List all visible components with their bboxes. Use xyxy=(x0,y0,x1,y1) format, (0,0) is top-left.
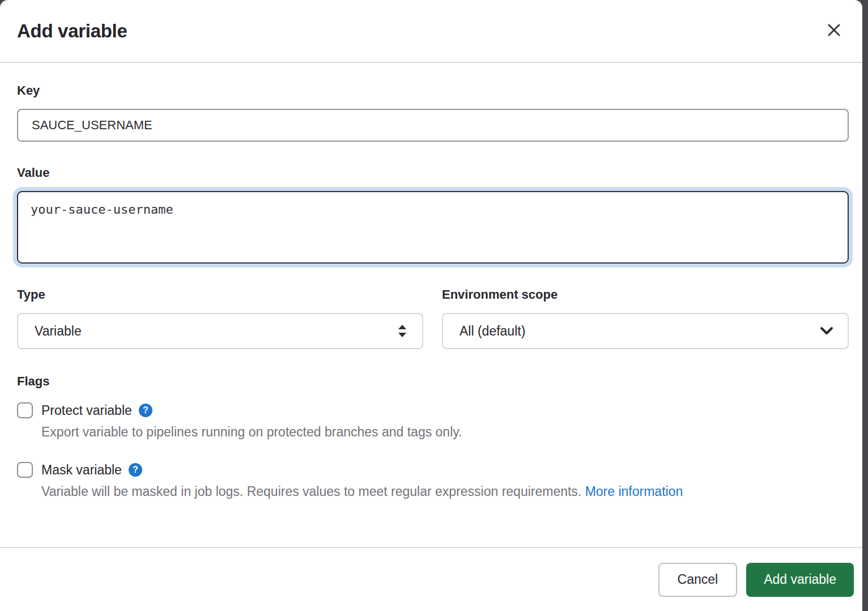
modal-body: Key Value your-sauce-username Type Varia… xyxy=(0,63,862,501)
protect-variable-checkbox[interactable] xyxy=(17,402,33,418)
modal-footer: Cancel Add variable xyxy=(0,547,862,611)
key-field-group: Key xyxy=(17,83,849,142)
value-field-group: Value your-sauce-username xyxy=(17,166,849,264)
value-textarea[interactable]: your-sauce-username xyxy=(17,191,849,264)
close-button[interactable] xyxy=(822,19,846,44)
environment-scope-select[interactable]: All (default) xyxy=(442,313,849,349)
protect-help-icon[interactable]: ? xyxy=(139,404,152,417)
modal-header: Add variable xyxy=(0,0,862,63)
up-down-arrows-icon xyxy=(396,323,409,340)
type-field-group: Type Variable xyxy=(17,287,423,349)
add-variable-button[interactable]: Add variable xyxy=(746,563,854,597)
mask-variable-row: Mask variable ? Variable will be masked … xyxy=(17,462,849,501)
environment-scope-select-value: All (default) xyxy=(459,324,525,339)
mask-help-icon[interactable]: ? xyxy=(129,463,142,477)
add-variable-modal: Add variable Key Value your-sauce-userna… xyxy=(0,0,862,611)
close-icon xyxy=(826,22,843,40)
cancel-button[interactable]: Cancel xyxy=(658,563,738,597)
protect-variable-description: Export variable to pipelines running on … xyxy=(41,423,812,442)
mask-variable-checkbox[interactable] xyxy=(17,462,33,478)
mask-variable-description: Variable will be masked in job logs. Req… xyxy=(41,482,812,501)
modal-title: Add variable xyxy=(17,20,127,42)
protect-variable-label[interactable]: Protect variable xyxy=(41,403,132,418)
chevron-down-icon xyxy=(819,326,834,336)
type-select[interactable]: Variable xyxy=(17,313,423,349)
type-label: Type xyxy=(17,287,423,302)
value-label: Value xyxy=(17,166,849,180)
key-input[interactable] xyxy=(17,109,849,142)
environment-scope-label: Environment scope xyxy=(442,287,849,302)
type-scope-row: Type Variable Environment scope All (def… xyxy=(17,287,849,349)
mask-variable-label[interactable]: Mask variable xyxy=(41,463,122,478)
mask-variable-description-text: Variable will be masked in job logs. Req… xyxy=(41,484,581,499)
environment-scope-field-group: Environment scope All (default) xyxy=(442,287,849,349)
key-label: Key xyxy=(17,83,849,98)
flags-section: Flags Protect variable ? Export variable… xyxy=(17,374,849,501)
more-information-link[interactable]: More information xyxy=(585,484,683,499)
type-select-value: Variable xyxy=(35,324,82,339)
flags-label: Flags xyxy=(17,374,849,389)
protect-variable-row: Protect variable ? Export variable to pi… xyxy=(17,402,849,442)
